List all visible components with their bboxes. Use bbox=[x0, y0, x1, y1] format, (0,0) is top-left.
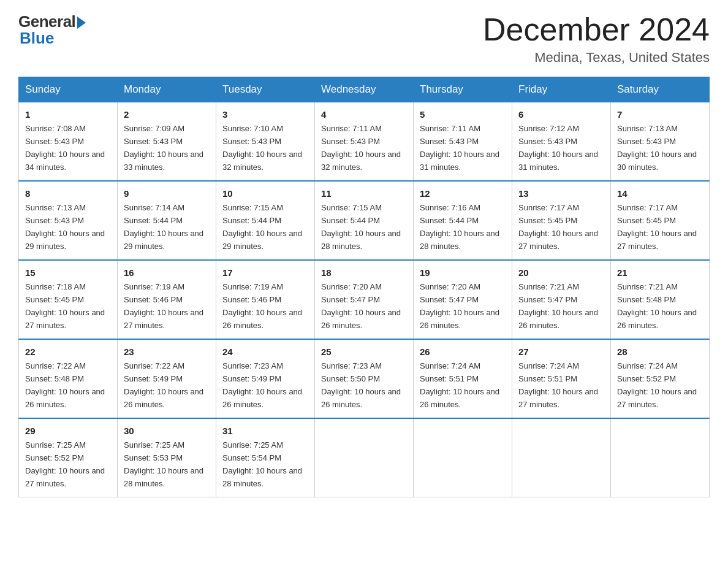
week-row-4: 22Sunrise: 7:22 AMSunset: 5:48 PMDayligh… bbox=[19, 339, 710, 418]
day-info: Sunrise: 7:25 AMSunset: 5:53 PMDaylight:… bbox=[124, 440, 203, 488]
day-number: 25 bbox=[321, 345, 407, 359]
logo: General Blue bbox=[18, 12, 86, 48]
day-number: 28 bbox=[617, 345, 703, 359]
day-info: Sunrise: 7:19 AMSunset: 5:46 PMDaylight:… bbox=[222, 282, 302, 330]
table-row: 31Sunrise: 7:25 AMSunset: 5:54 PMDayligh… bbox=[216, 418, 315, 497]
title-block: December 2024 Medina, Texas, United Stat… bbox=[483, 12, 710, 66]
header-friday: Friday bbox=[512, 77, 611, 102]
header-row: SundayMondayTuesdayWednesdayThursdayFrid… bbox=[19, 77, 710, 102]
table-row: 6Sunrise: 7:12 AMSunset: 5:43 PMDaylight… bbox=[512, 102, 611, 181]
header-saturday: Saturday bbox=[611, 77, 710, 102]
day-number: 1 bbox=[25, 107, 111, 121]
table-row: 10Sunrise: 7:15 AMSunset: 5:44 PMDayligh… bbox=[216, 181, 315, 260]
day-info: Sunrise: 7:19 AMSunset: 5:46 PMDaylight:… bbox=[124, 282, 203, 330]
table-row: 26Sunrise: 7:24 AMSunset: 5:51 PMDayligh… bbox=[414, 339, 512, 418]
day-info: Sunrise: 7:15 AMSunset: 5:44 PMDaylight:… bbox=[321, 203, 401, 251]
day-number: 11 bbox=[321, 186, 407, 201]
page-header: General Blue December 2024 Medina, Texas… bbox=[18, 12, 710, 66]
day-number: 10 bbox=[222, 186, 308, 201]
location: Medina, Texas, United States bbox=[483, 50, 710, 66]
day-info: Sunrise: 7:17 AMSunset: 5:45 PMDaylight:… bbox=[518, 203, 598, 251]
table-row: 17Sunrise: 7:19 AMSunset: 5:46 PMDayligh… bbox=[216, 260, 315, 339]
day-info: Sunrise: 7:12 AMSunset: 5:43 PMDaylight:… bbox=[518, 124, 598, 172]
day-number: 13 bbox=[518, 186, 604, 201]
header-monday: Monday bbox=[118, 77, 216, 102]
day-info: Sunrise: 7:11 AMSunset: 5:43 PMDaylight:… bbox=[420, 124, 499, 172]
week-row-2: 8Sunrise: 7:13 AMSunset: 5:43 PMDaylight… bbox=[19, 181, 710, 260]
table-row: 2Sunrise: 7:09 AMSunset: 5:43 PMDaylight… bbox=[118, 102, 216, 181]
day-number: 31 bbox=[222, 424, 308, 438]
day-number: 2 bbox=[124, 107, 210, 121]
day-info: Sunrise: 7:17 AMSunset: 5:45 PMDaylight:… bbox=[617, 203, 697, 251]
day-number: 6 bbox=[518, 107, 604, 121]
table-row: 29Sunrise: 7:25 AMSunset: 5:52 PMDayligh… bbox=[19, 418, 118, 497]
day-number: 4 bbox=[321, 107, 407, 121]
day-number: 17 bbox=[222, 266, 308, 280]
table-row: 28Sunrise: 7:24 AMSunset: 5:52 PMDayligh… bbox=[611, 339, 710, 418]
day-info: Sunrise: 7:14 AMSunset: 5:44 PMDaylight:… bbox=[124, 203, 203, 251]
day-number: 23 bbox=[124, 345, 210, 359]
day-info: Sunrise: 7:22 AMSunset: 5:48 PMDaylight:… bbox=[25, 361, 105, 409]
day-number: 12 bbox=[420, 186, 506, 201]
table-row: 5Sunrise: 7:11 AMSunset: 5:43 PMDaylight… bbox=[414, 102, 512, 181]
day-info: Sunrise: 7:15 AMSunset: 5:44 PMDaylight:… bbox=[222, 203, 302, 251]
calendar-table: SundayMondayTuesdayWednesdayThursdayFrid… bbox=[18, 77, 710, 497]
day-info: Sunrise: 7:25 AMSunset: 5:52 PMDaylight:… bbox=[25, 440, 105, 488]
day-info: Sunrise: 7:09 AMSunset: 5:43 PMDaylight:… bbox=[124, 124, 203, 172]
day-info: Sunrise: 7:08 AMSunset: 5:43 PMDaylight:… bbox=[25, 124, 105, 172]
day-info: Sunrise: 7:18 AMSunset: 5:45 PMDaylight:… bbox=[25, 282, 105, 330]
day-number: 24 bbox=[222, 345, 308, 359]
week-row-1: 1Sunrise: 7:08 AMSunset: 5:43 PMDaylight… bbox=[19, 102, 710, 181]
day-info: Sunrise: 7:10 AMSunset: 5:43 PMDaylight:… bbox=[222, 124, 302, 172]
day-number: 26 bbox=[420, 345, 506, 359]
day-info: Sunrise: 7:24 AMSunset: 5:51 PMDaylight:… bbox=[518, 361, 598, 409]
table-row: 11Sunrise: 7:15 AMSunset: 5:44 PMDayligh… bbox=[315, 181, 414, 260]
table-row: 23Sunrise: 7:22 AMSunset: 5:49 PMDayligh… bbox=[118, 339, 216, 418]
day-info: Sunrise: 7:21 AMSunset: 5:48 PMDaylight:… bbox=[617, 282, 697, 330]
week-row-5: 29Sunrise: 7:25 AMSunset: 5:52 PMDayligh… bbox=[19, 418, 710, 497]
day-info: Sunrise: 7:16 AMSunset: 5:44 PMDaylight:… bbox=[420, 203, 499, 251]
day-number: 21 bbox=[617, 266, 703, 280]
table-row: 3Sunrise: 7:10 AMSunset: 5:43 PMDaylight… bbox=[216, 102, 315, 181]
day-number: 14 bbox=[617, 186, 703, 201]
table-row bbox=[512, 418, 611, 497]
table-row: 9Sunrise: 7:14 AMSunset: 5:44 PMDaylight… bbox=[118, 181, 216, 260]
month-title: December 2024 bbox=[483, 12, 710, 47]
day-number: 7 bbox=[617, 107, 703, 121]
table-row: 8Sunrise: 7:13 AMSunset: 5:43 PMDaylight… bbox=[19, 181, 118, 260]
table-row: 1Sunrise: 7:08 AMSunset: 5:43 PMDaylight… bbox=[19, 102, 118, 181]
table-row: 24Sunrise: 7:23 AMSunset: 5:49 PMDayligh… bbox=[216, 339, 315, 418]
table-row: 21Sunrise: 7:21 AMSunset: 5:48 PMDayligh… bbox=[611, 260, 710, 339]
table-row bbox=[315, 418, 414, 497]
day-info: Sunrise: 7:24 AMSunset: 5:52 PMDaylight:… bbox=[617, 361, 697, 409]
table-row: 7Sunrise: 7:13 AMSunset: 5:43 PMDaylight… bbox=[611, 102, 710, 181]
table-row bbox=[611, 418, 710, 497]
day-number: 29 bbox=[25, 424, 111, 438]
day-info: Sunrise: 7:23 AMSunset: 5:50 PMDaylight:… bbox=[321, 361, 401, 409]
table-row: 22Sunrise: 7:22 AMSunset: 5:48 PMDayligh… bbox=[19, 339, 118, 418]
table-row: 25Sunrise: 7:23 AMSunset: 5:50 PMDayligh… bbox=[315, 339, 414, 418]
table-row: 20Sunrise: 7:21 AMSunset: 5:47 PMDayligh… bbox=[512, 260, 611, 339]
day-info: Sunrise: 7:24 AMSunset: 5:51 PMDaylight:… bbox=[420, 361, 499, 409]
day-number: 20 bbox=[518, 266, 604, 280]
day-number: 16 bbox=[124, 266, 210, 280]
day-number: 18 bbox=[321, 266, 407, 280]
day-info: Sunrise: 7:11 AMSunset: 5:43 PMDaylight:… bbox=[321, 124, 401, 172]
day-info: Sunrise: 7:13 AMSunset: 5:43 PMDaylight:… bbox=[25, 203, 105, 251]
table-row: 27Sunrise: 7:24 AMSunset: 5:51 PMDayligh… bbox=[512, 339, 611, 418]
day-info: Sunrise: 7:20 AMSunset: 5:47 PMDaylight:… bbox=[420, 282, 499, 330]
table-row: 18Sunrise: 7:20 AMSunset: 5:47 PMDayligh… bbox=[315, 260, 414, 339]
table-row: 30Sunrise: 7:25 AMSunset: 5:53 PMDayligh… bbox=[118, 418, 216, 497]
day-info: Sunrise: 7:25 AMSunset: 5:54 PMDaylight:… bbox=[222, 440, 302, 488]
day-number: 8 bbox=[25, 186, 111, 201]
day-info: Sunrise: 7:21 AMSunset: 5:47 PMDaylight:… bbox=[518, 282, 598, 330]
table-row: 13Sunrise: 7:17 AMSunset: 5:45 PMDayligh… bbox=[512, 181, 611, 260]
header-tuesday: Tuesday bbox=[216, 77, 315, 102]
logo-blue-text: Blue bbox=[20, 29, 54, 48]
header-thursday: Thursday bbox=[414, 77, 512, 102]
day-info: Sunrise: 7:22 AMSunset: 5:49 PMDaylight:… bbox=[124, 361, 203, 409]
day-number: 27 bbox=[518, 345, 604, 359]
day-number: 19 bbox=[420, 266, 506, 280]
day-number: 22 bbox=[25, 345, 111, 359]
day-info: Sunrise: 7:13 AMSunset: 5:43 PMDaylight:… bbox=[617, 124, 697, 172]
